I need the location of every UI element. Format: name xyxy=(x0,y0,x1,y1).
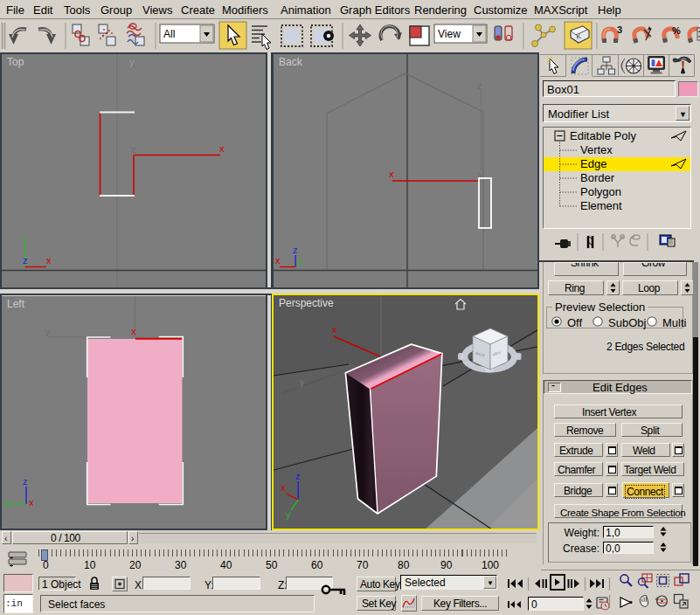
svg-text:Border: Border xyxy=(580,171,615,184)
svg-text:z: z xyxy=(477,80,482,91)
svg-text:Polygon: Polygon xyxy=(580,185,621,198)
svg-text:Element: Element xyxy=(580,199,622,212)
svg-text:x: x xyxy=(332,324,337,335)
svg-text:y: y xyxy=(3,497,9,508)
svg-text:z: z xyxy=(295,471,301,481)
svg-text:y: y xyxy=(129,57,135,67)
svg-text:x: x xyxy=(389,169,394,179)
svg-text:y: y xyxy=(286,509,291,520)
svg-text:View: View xyxy=(438,28,461,40)
svg-text:y: y xyxy=(297,256,302,266)
svg-text:y: y xyxy=(300,377,305,387)
svg-text:x: x xyxy=(219,143,225,154)
svg-text:z: z xyxy=(23,255,28,266)
svg-text:x: x xyxy=(275,255,281,266)
svg-text:%: % xyxy=(672,25,681,36)
svg-text:Edge: Edge xyxy=(580,157,606,170)
svg-text:3: 3 xyxy=(617,24,622,35)
svg-text:z: z xyxy=(131,144,136,155)
svg-text:All: All xyxy=(163,28,175,40)
svg-text:x: x xyxy=(29,497,34,508)
svg-text:Editable Poly: Editable Poly xyxy=(570,129,636,142)
svg-text:y: y xyxy=(45,326,51,336)
svg-text:z: z xyxy=(293,245,298,255)
svg-text:y: y xyxy=(22,233,27,244)
svg-text:z: z xyxy=(23,476,28,487)
svg-text:Vertex: Vertex xyxy=(580,143,613,156)
svg-text:x: x xyxy=(131,326,136,336)
svg-text:x: x xyxy=(281,482,286,493)
svg-text:x: x xyxy=(46,255,52,266)
